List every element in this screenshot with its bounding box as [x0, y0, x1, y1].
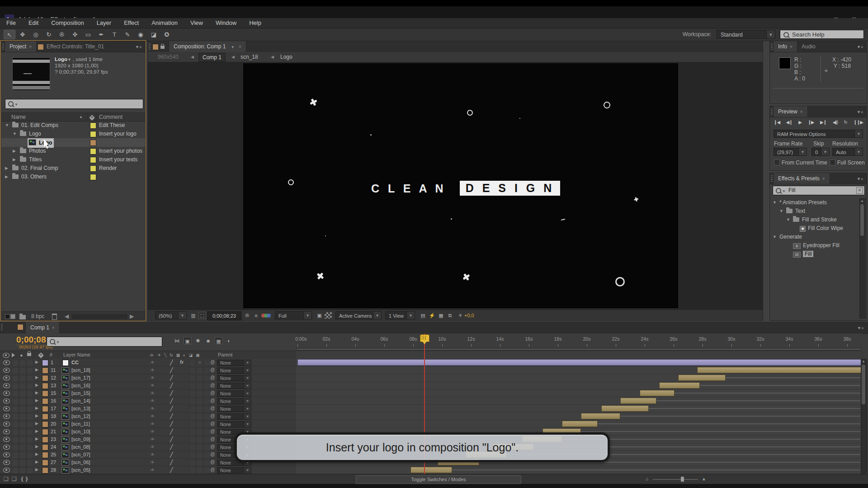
project-row-titles[interactable]: ▶TitlesInsert your texts [1, 155, 145, 164]
shy-switch[interactable]: -9- [150, 437, 155, 441]
switch-cell[interactable] [189, 390, 196, 397]
layer-name[interactable]: [scn_10] [71, 429, 90, 434]
puppet-pin-tool[interactable]: ✪ [161, 30, 173, 39]
parent-pickwhip-icon[interactable]: @ [210, 360, 215, 365]
menu-layer[interactable]: Layer [90, 18, 118, 28]
panel-menu-icon[interactable]: ▼≡ [857, 176, 866, 182]
twisty-closed-icon[interactable]: ▶ [35, 429, 41, 433]
close-icon[interactable]: × [790, 44, 793, 49]
switch-cell[interactable] [19, 375, 26, 382]
column-layer-name[interactable]: Layer Name [63, 352, 90, 357]
layer-row-28[interactable]: ▶28[scn_05]-9-╱@None▼ [0, 466, 296, 474]
parent-dropdown[interactable]: None▼ [217, 367, 251, 374]
shy-switch[interactable]: -9- [150, 452, 155, 456]
project-row-logo[interactable]: ▼LogoInsert your logo [1, 130, 145, 138]
switch-cell[interactable] [203, 460, 211, 466]
composition-viewer[interactable]: C L E A N D E S I G N [148, 62, 763, 310]
draft-3d-icon[interactable]: ✱ [194, 337, 202, 344]
expand-inout-icon[interactable]: ❴❵ [20, 476, 29, 482]
audio-button[interactable]: ◀)) [833, 120, 838, 125]
column-parent[interactable]: Parent [218, 352, 232, 357]
switch-cell[interactable] [189, 383, 196, 389]
switch-cell[interactable] [26, 429, 33, 436]
switch-cell[interactable] [12, 360, 19, 366]
switch-cell[interactable] [19, 413, 26, 420]
switch-cell[interactable] [189, 429, 196, 436]
parent-pickwhip-icon[interactable]: @ [210, 406, 215, 411]
switch-cell[interactable] [19, 383, 26, 389]
full-screen-checkbox[interactable] [830, 160, 835, 165]
switch-cell[interactable] [26, 413, 33, 420]
eye-icon[interactable] [3, 353, 9, 358]
layer-name[interactable]: [scn_05] [71, 467, 90, 473]
shy-switch[interactable]: -9- [150, 445, 155, 449]
switch-cell[interactable] [196, 436, 203, 443]
switch-cell[interactable] [189, 406, 196, 413]
switch-cell[interactable] [196, 375, 203, 382]
layer-color-chip[interactable] [42, 421, 48, 427]
switch-header-icon[interactable]: fx [170, 353, 173, 357]
quality-switch[interactable]: ╱ [170, 467, 173, 473]
parent-dropdown[interactable]: None▼ [217, 390, 251, 397]
switch-cell[interactable] [203, 421, 211, 428]
switch-cell[interactable] [189, 460, 196, 466]
layer-row-12[interactable]: ▶12[scn_17]-9-╱@None▼ [0, 374, 296, 382]
quality-switch[interactable]: ╱ [170, 383, 173, 389]
switch-cell[interactable] [12, 367, 19, 374]
switch-cell[interactable] [26, 436, 33, 443]
mask-shape-tool[interactable]: ▭ [82, 30, 94, 39]
track-row-15[interactable] [296, 389, 862, 397]
column-number[interactable]: # [50, 352, 52, 357]
motion-blur-icon[interactable]: ◐ [225, 337, 233, 344]
solo-icon[interactable]: ● [20, 352, 23, 358]
composition-stage[interactable]: C L E A N D E S I G N [244, 64, 678, 308]
switch-cell[interactable] [203, 436, 211, 443]
chevron-down-icon[interactable]: ▼ [231, 45, 235, 49]
zoom-in-mountain-icon[interactable]: ▲ [702, 476, 706, 481]
twisty-closed-icon[interactable]: ▶ [35, 413, 41, 418]
fx-switch[interactable]: fx [180, 360, 184, 365]
resolution-dropdown[interactable]: Full▼ [275, 311, 312, 319]
menu-view[interactable]: View [184, 18, 209, 28]
quality-switch[interactable]: ╱ [170, 444, 173, 450]
parent-pickwhip-icon[interactable]: @ [210, 444, 215, 449]
eye-icon[interactable] [3, 414, 10, 419]
tab-timeline-comp1[interactable]: Comp 1× [25, 322, 60, 333]
switch-cell[interactable] [26, 406, 33, 413]
menu-help[interactable]: Help [243, 18, 268, 28]
menu-animation[interactable]: Animation [145, 18, 184, 28]
scroll-left-icon[interactable]: ◀ [65, 313, 69, 319]
twisty-open-icon[interactable]: ▼ [779, 207, 785, 216]
switch-cell[interactable] [12, 467, 19, 474]
snapshot-camera-icon[interactable]: ✇ [243, 312, 251, 319]
timeline-button-icon[interactable]: ▦ [437, 312, 445, 319]
switch-cell[interactable] [19, 421, 26, 428]
layer-bar-1[interactable] [297, 359, 862, 366]
frame-rate-dropdown[interactable]: (29,97)▼ [774, 148, 807, 156]
switch-cell[interactable] [12, 460, 19, 466]
resolution-preview-dropdown[interactable]: Auto▼ [832, 148, 863, 156]
eye-icon[interactable] [3, 383, 10, 388]
color-depth-icon[interactable] [10, 314, 15, 319]
layer-name[interactable]: [scn_08] [71, 444, 90, 450]
layer-color-chip[interactable] [42, 367, 48, 374]
switch-cell[interactable] [26, 444, 33, 451]
track-row-17[interactable] [296, 405, 862, 413]
chevron-left-icon[interactable]: ◀ [231, 52, 235, 62]
twisty-open-icon[interactable]: ▼ [786, 216, 792, 224]
work-area-bar[interactable] [296, 348, 862, 351]
quality-switch[interactable]: ╱ [170, 375, 173, 381]
quality-switch[interactable]: ╱ [170, 460, 173, 465]
twisty-closed-icon[interactable]: ▶ [35, 460, 41, 464]
zoom-out-mountain-icon[interactable]: △ [646, 477, 648, 481]
switch-cell[interactable] [12, 436, 19, 443]
twisty-closed-icon[interactable]: ▶ [5, 164, 10, 173]
shy-switch[interactable]: -9- [150, 360, 155, 364]
layer-color-chip[interactable] [42, 383, 48, 389]
switch-cell[interactable] [12, 429, 19, 436]
zoom-tool[interactable]: ◎ [30, 30, 42, 39]
eye-icon[interactable] [3, 399, 10, 404]
play-button[interactable]: ▶ [798, 120, 802, 125]
layer-color-chip[interactable] [42, 390, 48, 397]
effects-row-text[interactable]: ▼Text [770, 207, 867, 216]
